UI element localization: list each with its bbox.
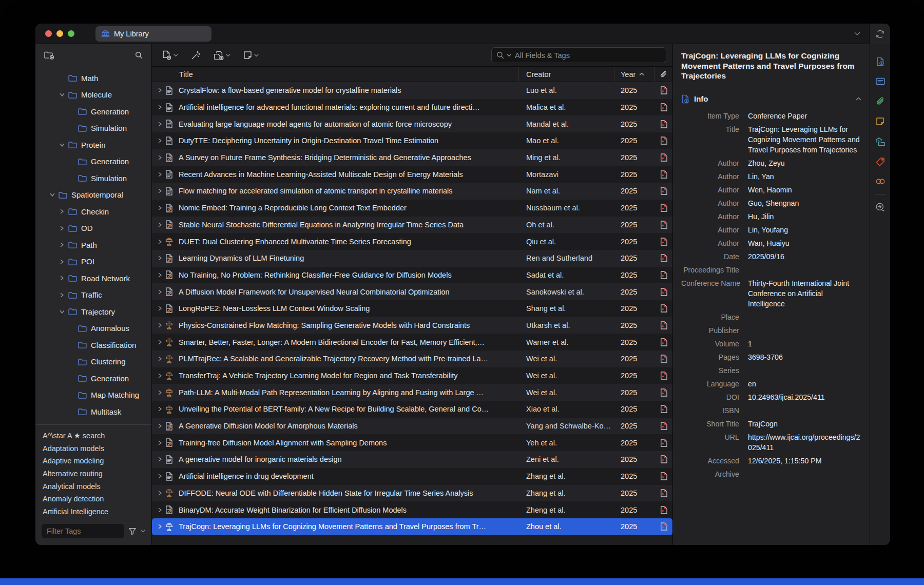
pane-tab-item-info[interactable] bbox=[870, 51, 890, 71]
item-row[interactable]: DIFFODE: Neural ODE with Differentiable … bbox=[152, 485, 672, 502]
tab-list-chevron-icon[interactable] bbox=[854, 24, 860, 44]
sidebar-collection-molecule[interactable]: Molecule bbox=[35, 87, 151, 104]
expand-chevron-icon[interactable] bbox=[158, 155, 165, 160]
sidebar-collection-traffic[interactable]: Traffic bbox=[35, 287, 151, 304]
pane-tab-attachments[interactable] bbox=[870, 91, 890, 111]
tag-item[interactable]: Analytical models bbox=[43, 480, 151, 493]
item-row[interactable]: TransferTraj: A Vehicle Trajectory Learn… bbox=[152, 367, 672, 384]
expand-chevron-icon[interactable] bbox=[158, 188, 165, 193]
sidebar-collection-path[interactable]: Path bbox=[35, 237, 151, 254]
item-row[interactable]: DUET: Dual Clustering Enhanced Multivari… bbox=[152, 233, 672, 250]
item-row[interactable]: Training-free Diffusion Model Alignment … bbox=[152, 434, 672, 451]
field-value[interactable]: Wen, Haomin bbox=[748, 185, 861, 195]
item-row[interactable]: CrystalFlow: a flow-based generative mod… bbox=[152, 82, 672, 99]
chevron-right-icon[interactable] bbox=[60, 292, 68, 298]
info-section-header[interactable]: Info bbox=[681, 88, 861, 109]
expand-chevron-icon[interactable] bbox=[158, 491, 165, 496]
tag-filter-options-button[interactable] bbox=[128, 528, 137, 535]
field-value[interactable]: Zhou, Zeyu bbox=[748, 158, 861, 168]
expand-chevron-icon[interactable] bbox=[158, 423, 165, 428]
field-value[interactable] bbox=[748, 312, 861, 322]
zoom-button[interactable] bbox=[68, 30, 74, 37]
pane-tab-tags[interactable] bbox=[870, 151, 890, 171]
expand-chevron-icon[interactable] bbox=[158, 239, 165, 244]
filter-tags-input[interactable] bbox=[42, 524, 124, 538]
sidebar-collection-multitask[interactable]: Multitask bbox=[35, 403, 151, 420]
field-value[interactable] bbox=[748, 365, 861, 376]
tag-item[interactable]: Alternative routing bbox=[43, 467, 151, 480]
field-value[interactable]: 12/6/2025, 1:15:50 PM bbox=[748, 456, 861, 466]
new-note-button[interactable] bbox=[243, 51, 259, 60]
column-header-title[interactable]: Title bbox=[152, 67, 519, 82]
item-row[interactable]: Physics-Constrained Flow Matching: Sampl… bbox=[152, 317, 672, 334]
item-row[interactable]: PLMTrajRec: A Scalable and Generalizable… bbox=[152, 350, 672, 367]
search-input[interactable] bbox=[514, 51, 661, 60]
item-row[interactable]: LongRoPE2: Near-Lossless LLM Context Win… bbox=[152, 300, 672, 317]
sidebar-collection-simulation[interactable]: Simulation bbox=[35, 170, 151, 187]
chevron-right-icon[interactable] bbox=[60, 209, 68, 214]
tag-filter-chevron-icon[interactable] bbox=[141, 530, 145, 533]
tag-item[interactable]: Adaptation models bbox=[43, 442, 151, 455]
expand-chevron-icon[interactable] bbox=[158, 524, 165, 529]
pane-tab-related[interactable] bbox=[870, 171, 890, 191]
item-row[interactable]: Path-LLM: A Multi-Modal Path Representat… bbox=[152, 384, 672, 401]
expand-chevron-icon[interactable] bbox=[158, 356, 165, 361]
column-header-creator[interactable]: Creator bbox=[519, 67, 614, 82]
sidebar-collection-classification[interactable]: Classification bbox=[35, 337, 151, 354]
item-row[interactable]: Smarter, Better, Faster, Longer: A Moder… bbox=[152, 334, 672, 350]
item-row[interactable]: Stable Neural Stochastic Differential Eq… bbox=[152, 217, 672, 233]
field-value[interactable]: TrajCogn bbox=[748, 419, 861, 429]
item-row[interactable]: Artificial intelligence in drug developm… bbox=[152, 468, 672, 485]
expand-chevron-icon[interactable] bbox=[158, 272, 165, 278]
field-value[interactable]: 3698-3706 bbox=[748, 352, 861, 362]
expand-chevron-icon[interactable] bbox=[158, 289, 165, 295]
expand-chevron-icon[interactable] bbox=[158, 172, 165, 177]
sidebar-collection-simulation[interactable]: Simulation bbox=[35, 120, 151, 137]
expand-chevron-icon[interactable] bbox=[158, 457, 165, 462]
item-row[interactable]: TrajCogn: Leveraging LLMs for Cognizing … bbox=[152, 518, 672, 535]
chevron-down-icon[interactable] bbox=[60, 309, 68, 314]
field-value[interactable] bbox=[748, 405, 861, 416]
collections-search-button[interactable] bbox=[135, 51, 143, 59]
chevron-right-icon[interactable] bbox=[60, 276, 68, 281]
field-value[interactable]: Lin, Yan bbox=[748, 171, 861, 182]
chevron-down-icon[interactable] bbox=[50, 192, 59, 197]
item-row[interactable]: A generative model for inorganic materia… bbox=[152, 451, 672, 468]
expand-chevron-icon[interactable] bbox=[158, 122, 165, 127]
tag-item[interactable]: Artificial Intelligence bbox=[43, 505, 151, 518]
field-value[interactable] bbox=[748, 265, 861, 275]
field-value[interactable]: https://www.ijcai.org/proceedings/2025/4… bbox=[748, 432, 861, 453]
field-value[interactable] bbox=[748, 469, 861, 479]
sidebar-collection-road-network[interactable]: Road Network bbox=[35, 270, 151, 287]
item-row[interactable]: A Generative Diffusion Model for Amorpho… bbox=[152, 418, 672, 435]
add-attachment-button[interactable] bbox=[214, 51, 230, 60]
expand-chevron-icon[interactable] bbox=[158, 390, 165, 395]
field-value[interactable]: Conference Paper bbox=[748, 111, 861, 121]
expand-chevron-icon[interactable] bbox=[158, 88, 165, 93]
sidebar-collection-trajectory[interactable]: Trajectory bbox=[35, 303, 151, 320]
pane-tab-abstract[interactable] bbox=[870, 71, 890, 91]
expand-chevron-icon[interactable] bbox=[158, 222, 165, 227]
item-row[interactable]: No Training, No Problem: Rethinking Clas… bbox=[152, 267, 672, 284]
pane-tab-libraries-collections[interactable] bbox=[870, 131, 890, 151]
close-button[interactable] bbox=[45, 30, 52, 37]
column-header-attachment[interactable] bbox=[654, 67, 672, 82]
tag-item[interactable]: A^\star A ★ search bbox=[43, 430, 151, 442]
column-header-year[interactable]: Year bbox=[614, 67, 654, 82]
expand-chevron-icon[interactable] bbox=[158, 323, 165, 328]
expand-chevron-icon[interactable] bbox=[158, 105, 165, 110]
item-row[interactable]: Recent Advances in Machine Learning-Assi… bbox=[152, 166, 672, 183]
expand-chevron-icon[interactable] bbox=[158, 340, 165, 345]
tag-item[interactable]: Adaptive modeling bbox=[43, 455, 151, 467]
item-row[interactable]: BinaryDM: Accurate Weight Binarization f… bbox=[152, 501, 672, 518]
field-value[interactable]: Hu, Jilin bbox=[748, 211, 861, 222]
expand-chevron-icon[interactable] bbox=[158, 508, 165, 513]
item-row[interactable]: Artificial intelligence for advanced fun… bbox=[152, 99, 672, 116]
chevron-down-icon[interactable] bbox=[60, 143, 68, 147]
expand-chevron-icon[interactable] bbox=[158, 256, 165, 261]
chevron-down-icon[interactable] bbox=[60, 92, 68, 97]
chevron-right-icon[interactable] bbox=[60, 242, 68, 247]
expand-chevron-icon[interactable] bbox=[158, 306, 165, 311]
field-value[interactable]: TrajCogn: Leveraging LLMs for Cognizing … bbox=[748, 124, 861, 155]
field-value[interactable]: Thirty-Fourth International Joint Confer… bbox=[748, 278, 861, 309]
